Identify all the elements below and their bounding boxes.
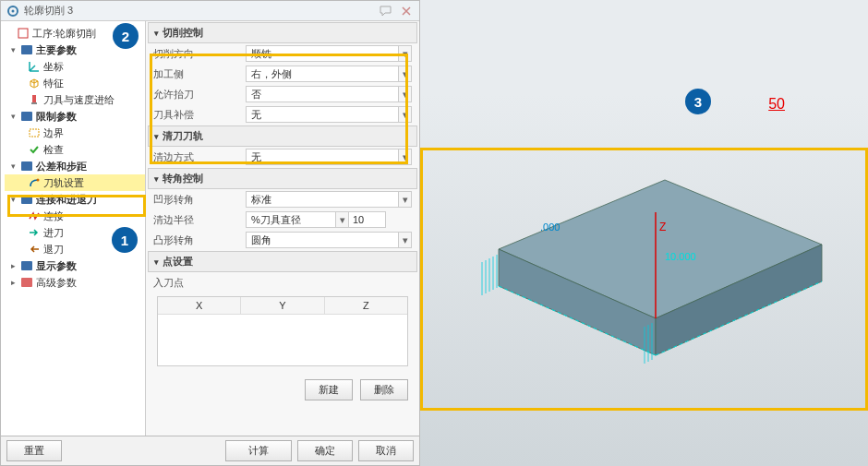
dropdown-arrow-icon[interactable]: ▾	[399, 232, 412, 248]
folder-icon	[20, 276, 33, 289]
svg-rect-3	[21, 45, 32, 54]
svg-rect-4	[32, 95, 36, 103]
dropdown-arrow-icon[interactable]: ▾	[399, 191, 412, 208]
retract-icon	[28, 243, 41, 256]
svg-rect-2	[18, 29, 28, 38]
ok-button[interactable]: 确定	[297, 440, 353, 461]
path-icon	[28, 176, 41, 189]
svg-rect-12	[21, 278, 32, 287]
highlight-toolpath-settings	[7, 195, 146, 217]
tree-feature[interactable]: 特征	[5, 75, 145, 91]
tree-check[interactable]: 检查	[5, 141, 145, 158]
new-button[interactable]: 新建	[305, 379, 353, 400]
row-entry-point: 入刀点	[148, 272, 417, 293]
window-title: 轮廓切削 3	[24, 4, 379, 18]
highlight-cut-control	[150, 54, 408, 164]
tree-display-params[interactable]: ▸ 显示参数	[5, 257, 145, 274]
svg-rect-11	[21, 261, 32, 270]
svg-rect-5	[31, 102, 37, 104]
row-convex: 凸形转角 圆角 ▾	[148, 230, 417, 250]
tree-toolpath-settings[interactable]: 刀轨设置	[5, 174, 145, 191]
annotation-3: 3	[685, 89, 711, 114]
reset-button[interactable]: 重置	[6, 440, 62, 461]
viewport-dimension: 50	[768, 96, 785, 113]
operation-icon	[17, 27, 30, 40]
tree-tool[interactable]: 刀具与速度进给	[5, 91, 145, 108]
svg-point-1	[12, 9, 15, 12]
svg-text:Z: Z	[659, 221, 666, 233]
svg-rect-8	[21, 161, 32, 171]
group-cut-control[interactable]: ▾切削控制	[148, 22, 417, 43]
tree-limit-params[interactable]: ▾ 限制参数	[5, 108, 145, 125]
cube-icon	[28, 77, 41, 90]
group-point[interactable]: ▾点设置	[148, 251, 417, 272]
tool-icon	[28, 93, 41, 106]
col-x: X	[158, 297, 241, 314]
svg-text:.000: .000	[540, 221, 560, 233]
box-icon	[20, 160, 33, 173]
dropdown-arrow-icon[interactable]: ▾	[336, 211, 349, 228]
calc-button[interactable]: 计算	[225, 440, 292, 461]
approach-icon	[28, 226, 41, 239]
delete-button[interactable]: 删除	[360, 379, 408, 400]
3d-viewport[interactable]: 50 Z 10.000 .000	[420, 0, 868, 466]
row-clean-radius: 清边半径 %刀具直径 ▾ 10	[148, 209, 417, 230]
cancel-button[interactable]: 取消	[358, 440, 414, 461]
tree-advanced-params[interactable]: ▸ 高级参数	[5, 274, 145, 291]
convex-select[interactable]: 圆角	[246, 232, 399, 248]
bottom-bar: 重置 计算 确定 取消	[1, 436, 419, 465]
app-window: 轮廓切削 3 工序:轮廓切削 ▾ 主要参数	[0, 0, 868, 466]
concave-select[interactable]: 标准	[246, 191, 399, 208]
col-y: Y	[241, 297, 324, 314]
3d-model: Z 10.000 .000	[434, 157, 831, 406]
svg-rect-7	[30, 129, 39, 137]
folder-icon	[20, 43, 33, 56]
clean-radius-type-select[interactable]: %刀具直径	[246, 211, 336, 228]
comment-icon[interactable]	[379, 5, 393, 18]
tree-coord[interactable]: 坐标	[5, 58, 145, 75]
tree-tolerance[interactable]: ▾ 公差和步距	[5, 158, 145, 174]
folder-icon	[20, 259, 33, 272]
svg-rect-6	[21, 112, 32, 121]
col-z: Z	[325, 297, 407, 314]
point-table-body[interactable]	[158, 315, 407, 365]
tree-boundary[interactable]: 边界	[5, 125, 145, 141]
folder-icon	[20, 110, 33, 123]
clean-radius-value-input[interactable]: 10	[349, 211, 386, 228]
point-table: X Y Z	[157, 296, 408, 366]
annotation-2: 2	[113, 23, 139, 49]
row-concave: 凹形转角 标准 ▾	[148, 189, 417, 209]
title-bar: 轮廓切削 3	[1, 1, 419, 21]
gear-icon	[6, 5, 19, 18]
svg-text:10.000: 10.000	[665, 251, 696, 262]
boundary-icon	[28, 126, 41, 139]
axis-icon	[28, 60, 41, 73]
group-corner[interactable]: ▾转角控制	[148, 168, 417, 189]
svg-point-9	[37, 179, 40, 182]
check-icon	[28, 143, 41, 156]
close-icon[interactable]	[399, 5, 414, 18]
annotation-1: 1	[112, 227, 138, 253]
